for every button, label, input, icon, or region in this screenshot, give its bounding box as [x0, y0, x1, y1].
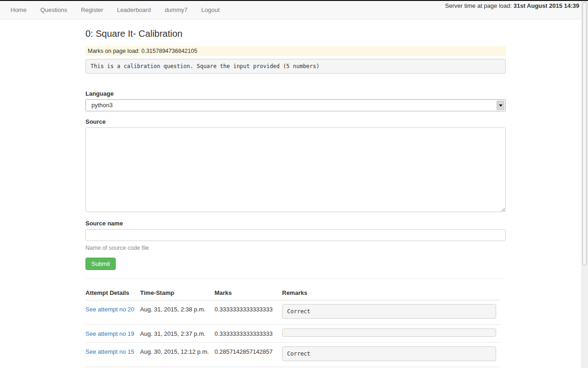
page-title: 0: Square It- Calibration	[85, 29, 506, 39]
source-textarea[interactable]	[85, 127, 506, 212]
nav-item-home[interactable]: Home	[4, 0, 34, 19]
language-select[interactable]: python3	[85, 99, 506, 111]
attempt-timestamp: Aug. 31, 2015, 2:38 p.m.	[140, 304, 205, 313]
table-row: See attempt no 19 Aug. 31, 2015, 2:37 p.…	[85, 325, 500, 343]
select-dropdown-button[interactable]	[497, 101, 504, 110]
server-time-value: 31st August 2015 14:39	[514, 2, 579, 9]
nav-item-leaderboard[interactable]: Leaderboard	[110, 0, 158, 19]
attempt-remarks: Correct	[282, 304, 496, 319]
nav-item-register[interactable]: Register	[74, 0, 110, 19]
chevron-down-icon	[499, 104, 503, 107]
attempt-remarks: Correct	[282, 346, 496, 361]
table-header-row: Attempt Details Time-Stamp Marks Remarks	[85, 286, 500, 300]
attempt-link-20[interactable]: See attempt no 20	[85, 306, 134, 313]
header-remarks: Remarks	[282, 286, 500, 300]
question-description: This is a calibration question. Square t…	[85, 59, 506, 74]
header-time-stamp: Time-Stamp	[140, 286, 215, 300]
header-marks: Marks	[215, 286, 282, 300]
source-label: Source	[85, 118, 506, 125]
submit-button[interactable]: Submit	[85, 258, 116, 270]
submission-form: Language python3 Source Source name Name…	[85, 90, 506, 270]
table-row: See attempt no 15 Aug. 30, 2015, 12:12 p…	[85, 343, 500, 367]
server-time: Server time at page load: 31st August 20…	[445, 2, 579, 9]
scrollbar[interactable]	[582, 1, 588, 368]
marks-alert: Marks on page load: 0.3157894736842105	[85, 46, 506, 56]
window-top-edge	[0, 0, 588, 1]
server-time-label: Server time at page load:	[445, 2, 514, 9]
nav-items: Home Questions Register Leaderboard dumm…	[4, 1, 226, 19]
language-label: Language	[85, 90, 506, 97]
attempts-table: Attempt Details Time-Stamp Marks Remarks…	[85, 286, 500, 368]
attempt-link-19[interactable]: See attempt no 19	[85, 330, 134, 337]
source-name-group: Source name Name of source code file	[85, 220, 506, 251]
nav-item-questions[interactable]: Questions	[34, 0, 74, 19]
nav-item-username[interactable]: dummy7	[158, 0, 194, 19]
section-divider	[85, 278, 506, 279]
source-name-input[interactable]	[85, 229, 506, 241]
main-content: 0: Square It- Calibration Marks on page …	[85, 19, 506, 368]
attempt-timestamp: Aug. 30, 2015, 12:12 p.m.	[140, 346, 209, 355]
attempt-marks: 0.3333333333333333	[215, 328, 273, 337]
source-group: Source	[85, 118, 506, 213]
language-selected-value: python3	[86, 100, 505, 111]
attempt-remarks	[282, 328, 496, 337]
attempt-link-15[interactable]: See attempt no 15	[85, 348, 134, 355]
nav-item-logout[interactable]: Logout	[194, 0, 226, 19]
navbar: Home Questions Register Leaderboard dumm…	[0, 1, 588, 19]
header-attempt-details: Attempt Details	[85, 286, 140, 300]
scrollbar-thumb[interactable]	[582, 2, 587, 265]
attempt-marks: 0.3333333333333333	[215, 304, 273, 313]
source-name-label: Source name	[85, 220, 506, 227]
attempt-timestamp: Aug. 31, 2015, 2:37 p.m.	[140, 328, 205, 337]
language-group: Language python3	[85, 90, 506, 111]
attempt-marks: 0.2857142857142857	[215, 346, 273, 355]
table-row: See attempt no 20 Aug. 31, 2015, 2:38 p.…	[85, 300, 500, 325]
source-name-help: Name of source code file	[85, 245, 506, 251]
